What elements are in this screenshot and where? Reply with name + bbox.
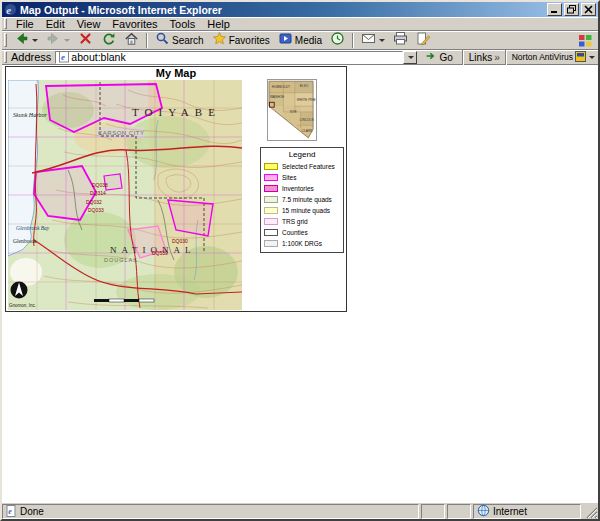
- chevron-down-icon: [408, 56, 414, 59]
- refresh-button[interactable]: [97, 32, 120, 49]
- address-input[interactable]: e about:blank: [55, 51, 403, 64]
- county-white-pine: WHITE PINE: [297, 98, 316, 102]
- media-button[interactable]: Media: [274, 32, 326, 49]
- mail-button[interactable]: [357, 32, 389, 49]
- north-arrow-logo-icon: [11, 282, 28, 299]
- county-nye: NYE: [290, 110, 298, 114]
- legend-item: Counties: [264, 227, 340, 238]
- addressbar-grip[interactable]: [4, 51, 7, 62]
- close-button[interactable]: [581, 3, 596, 16]
- toolbar-separator: [352, 33, 354, 48]
- title-bar[interactable]: e Map Output - Microsoft Internet Explor…: [2, 2, 598, 17]
- county-humboldt: HUMBOLDT: [272, 85, 290, 89]
- back-icon: [14, 31, 29, 49]
- overview-map[interactable]: HUMBOLDT ELKO WASHOE WHITE PINE NYE LINC…: [267, 79, 317, 141]
- menu-bar: File Edit View Favorites Tools Help: [2, 17, 598, 31]
- svg-text:e: e: [8, 507, 12, 516]
- zone-text: Internet: [493, 506, 527, 517]
- legend-swatch: [264, 229, 278, 236]
- menu-edit[interactable]: Edit: [40, 17, 71, 31]
- county-washoe: WASHOE: [270, 95, 285, 99]
- menu-favorites[interactable]: Favorites: [106, 17, 163, 31]
- history-button[interactable]: [326, 32, 349, 49]
- standard-toolbar: Search Favorites Media: [2, 31, 598, 50]
- site-label: DQ314: [90, 190, 106, 196]
- search-button[interactable]: Search: [151, 32, 208, 49]
- status-pane-empty: [421, 504, 445, 519]
- stop-icon: [78, 31, 93, 49]
- svg-text:e: e: [6, 4, 11, 16]
- resize-grip[interactable]: [583, 504, 598, 519]
- legend-item: 7.5 minute quads: [264, 194, 340, 205]
- go-arrow-icon: [425, 50, 437, 65]
- legend-item: Inventories: [264, 183, 340, 194]
- back-button[interactable]: [10, 32, 42, 49]
- legend-swatch: [264, 196, 278, 203]
- label-glenbrook: Glenbrook: [13, 238, 37, 244]
- svg-text:e: e: [61, 52, 65, 62]
- status-bar: e Done Internet: [2, 502, 598, 519]
- favorites-button[interactable]: Favorites: [208, 32, 274, 49]
- site-label: DQ033: [88, 207, 104, 213]
- stop-button[interactable]: [74, 32, 97, 49]
- main-map[interactable]: Skunk Harbor CARSON CITY TOIYABE NATIONA…: [8, 80, 242, 310]
- home-icon: [124, 31, 139, 49]
- go-button[interactable]: Go: [421, 51, 456, 64]
- back-dropdown-icon[interactable]: [32, 39, 38, 42]
- menu-help[interactable]: Help: [201, 17, 236, 31]
- edit-button[interactable]: [412, 32, 435, 49]
- norton-dropdown-icon[interactable]: [589, 56, 595, 59]
- map-output-frame: My Map: [5, 66, 347, 312]
- label-glenbrook-bay: Glenbrook Bay: [16, 225, 50, 231]
- mail-dropdown-icon[interactable]: [379, 39, 385, 42]
- legend-swatch: [264, 163, 278, 170]
- label-carson-city: CARSON CITY: [98, 130, 145, 136]
- scale-bar: [94, 299, 154, 302]
- minimize-button[interactable]: [547, 3, 562, 16]
- forward-button[interactable]: [42, 32, 74, 49]
- links-label[interactable]: Links: [469, 52, 492, 63]
- address-label: Address: [10, 51, 55, 63]
- history-clock-icon: [330, 31, 345, 49]
- menu-tools[interactable]: Tools: [164, 17, 202, 31]
- favorites-star-icon: [212, 31, 227, 49]
- label-toiyabe: TOIYABE: [132, 106, 221, 118]
- legend-swatch: [264, 174, 278, 181]
- legend-item: 15 minute quads: [264, 205, 340, 216]
- legend-item: 1:100K DRGs: [264, 238, 340, 249]
- address-dropdown-button[interactable]: [403, 51, 417, 64]
- status-message-pane: e Done: [2, 504, 419, 519]
- edit-pencil-icon: [416, 31, 431, 49]
- go-label: Go: [439, 52, 452, 63]
- status-text: Done: [20, 506, 44, 517]
- label-skunk-harbor: Skunk Harbor: [13, 112, 47, 118]
- print-icon: [393, 31, 408, 49]
- globe-icon: [477, 504, 490, 519]
- legend-swatch: [264, 207, 278, 214]
- print-button[interactable]: [389, 32, 412, 49]
- menubar-grip[interactable]: [4, 18, 7, 28]
- legend-panel: Legend Selected Features Sites Inventori…: [260, 147, 344, 253]
- restore-button[interactable]: [564, 3, 579, 16]
- links-overflow-chevron[interactable]: »: [494, 52, 500, 63]
- search-icon: [155, 31, 170, 49]
- label-douglas: DOUGLAS: [104, 257, 138, 263]
- menu-view[interactable]: View: [71, 17, 107, 31]
- addressbar-separator: [462, 50, 464, 65]
- site-label: DQ038: [92, 182, 108, 188]
- home-button[interactable]: [120, 32, 143, 49]
- map-credit: Gnomon, Inc.: [9, 303, 36, 308]
- forward-dropdown-icon[interactable]: [64, 39, 70, 42]
- windows-logo-throbber-icon: [577, 32, 594, 49]
- site-label: DQ030: [172, 238, 188, 244]
- toolbar-grip[interactable]: [4, 33, 7, 47]
- browser-viewport: My Map: [2, 65, 598, 502]
- page-icon: e: [58, 51, 71, 64]
- legend-swatch: [264, 218, 278, 225]
- legend-swatch: [264, 185, 278, 192]
- site-label: DQ539: [152, 250, 168, 256]
- map-image: Skunk Harbor CARSON CITY TOIYABE NATIONA…: [8, 80, 242, 310]
- county-clark: CLARK: [302, 129, 314, 133]
- norton-shield-icon[interactable]: [575, 51, 586, 64]
- menu-file[interactable]: File: [10, 17, 40, 31]
